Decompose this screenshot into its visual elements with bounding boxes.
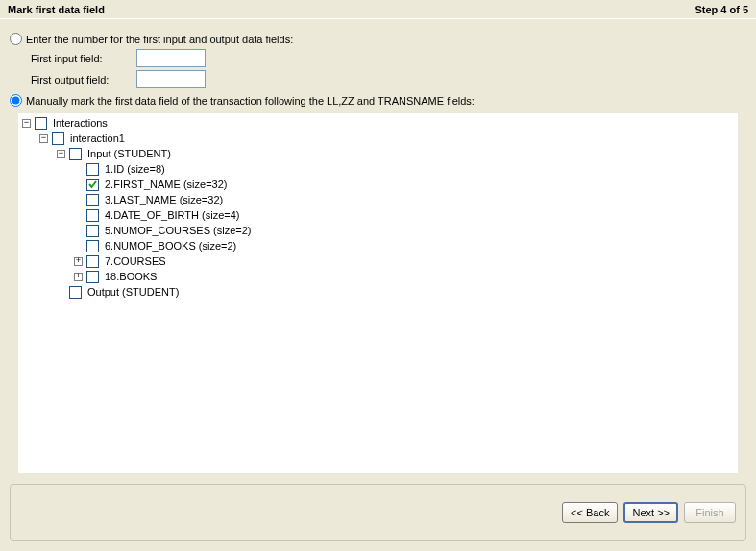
first-input-label: First input field: xyxy=(31,53,136,64)
tree-node-label[interactable]: 3.LAST_NAME (size=32) xyxy=(103,194,225,205)
tree-node[interactable]: 3.LAST_NAME (size=32) xyxy=(74,192,738,207)
tree-node-label[interactable]: 5.NUMOF_COURSES (size=2) xyxy=(103,225,254,236)
finish-button[interactable]: Finish xyxy=(684,502,736,523)
tree-node[interactable]: 5.NUMOF_COURSES (size=2) xyxy=(74,223,738,238)
tree-checkbox[interactable] xyxy=(69,148,82,160)
back-button[interactable]: << Back xyxy=(562,502,618,523)
collapse-icon[interactable]: − xyxy=(22,119,31,128)
tree-node-label[interactable]: 4.DATE_OF_BIRTH (size=4) xyxy=(103,209,242,221)
option-manually-mark-label[interactable]: Manually mark the first data field of th… xyxy=(26,95,475,107)
header-title: Mark first data field xyxy=(8,4,105,15)
option-enter-number-radio[interactable] xyxy=(10,33,22,45)
first-input-field[interactable] xyxy=(136,49,206,67)
tree-node[interactable]: Output (STUDENT) xyxy=(57,284,738,299)
tree-node-label[interactable]: 18.BOOKS xyxy=(103,271,159,282)
tree-checkbox[interactable] xyxy=(86,179,99,191)
tree-checkbox[interactable] xyxy=(86,194,99,206)
tree-checkbox[interactable] xyxy=(86,240,99,252)
tree-checkbox[interactable] xyxy=(69,286,82,299)
tree-node-label[interactable]: interaction1 xyxy=(68,132,127,144)
tree-checkbox[interactable] xyxy=(86,163,99,176)
tree-node-label[interactable]: 7.COURSES xyxy=(103,255,168,267)
wizard-panel: Mark first data field Step 4 of 5 Enter … xyxy=(0,0,756,551)
number-fields: First input field: First output field: xyxy=(31,49,746,88)
tree-node[interactable]: 6.NUMOF_BOOKS (size=2) xyxy=(74,238,738,253)
option-manually-mark-radio[interactable] xyxy=(10,94,22,107)
tree-node-label[interactable]: Input (STUDENT) xyxy=(85,148,173,159)
tree-node[interactable]: −Interactions xyxy=(22,115,738,131)
tree-node-label[interactable]: 1.ID (size=8) xyxy=(103,163,167,175)
tree-node[interactable]: 1.ID (size=8) xyxy=(74,161,738,177)
tree-node-label[interactable]: Output (STUDENT) xyxy=(85,286,181,298)
tree-node-label[interactable]: 2.FIRST_NAME (size=32) xyxy=(103,179,229,190)
tree-node[interactable]: 2.FIRST_NAME (size=32) xyxy=(74,177,738,192)
options-section: Enter the number for the first input and… xyxy=(0,19,756,108)
collapse-icon[interactable]: − xyxy=(57,150,65,158)
tree-node-label[interactable]: 6.NUMOF_BOOKS (size=2) xyxy=(103,240,238,252)
option-manually-mark-row[interactable]: Manually mark the first data field of th… xyxy=(10,94,746,107)
tree-panel[interactable]: −Interactions−interaction1−Input (STUDEN… xyxy=(17,112,739,474)
wizard-header: Mark first data field Step 4 of 5 xyxy=(0,0,756,19)
header-step: Step 4 of 5 xyxy=(695,4,748,15)
interactions-tree[interactable]: −Interactions−interaction1−Input (STUDEN… xyxy=(20,115,738,299)
next-button[interactable]: Next >> xyxy=(623,502,678,523)
tree-node[interactable]: +7.COURSES xyxy=(74,253,738,269)
tree-checkbox[interactable] xyxy=(86,255,99,268)
expand-icon[interactable]: + xyxy=(74,273,83,281)
collapse-icon[interactable]: − xyxy=(39,134,48,143)
tree-checkbox[interactable] xyxy=(86,209,99,222)
tree-node-label[interactable]: Interactions xyxy=(51,117,110,129)
first-output-label: First output field: xyxy=(31,74,136,85)
tree-checkbox[interactable] xyxy=(35,117,47,130)
expand-icon[interactable]: + xyxy=(74,257,83,266)
tree-node[interactable]: −interaction1 xyxy=(39,131,738,146)
tree-checkbox[interactable] xyxy=(86,271,99,283)
wizard-buttons: << Back Next >> Finish xyxy=(10,484,746,541)
tree-checkbox[interactable] xyxy=(86,225,99,237)
option-enter-number-row[interactable]: Enter the number for the first input and… xyxy=(10,33,746,45)
first-output-field[interactable] xyxy=(136,70,206,88)
tree-node[interactable]: +18.BOOKS xyxy=(74,269,738,284)
tree-node[interactable]: −Input (STUDENT) xyxy=(57,146,738,161)
tree-node[interactable]: 4.DATE_OF_BIRTH (size=4) xyxy=(74,207,738,223)
tree-checkbox[interactable] xyxy=(52,132,64,145)
option-enter-number-label[interactable]: Enter the number for the first input and… xyxy=(26,34,293,45)
